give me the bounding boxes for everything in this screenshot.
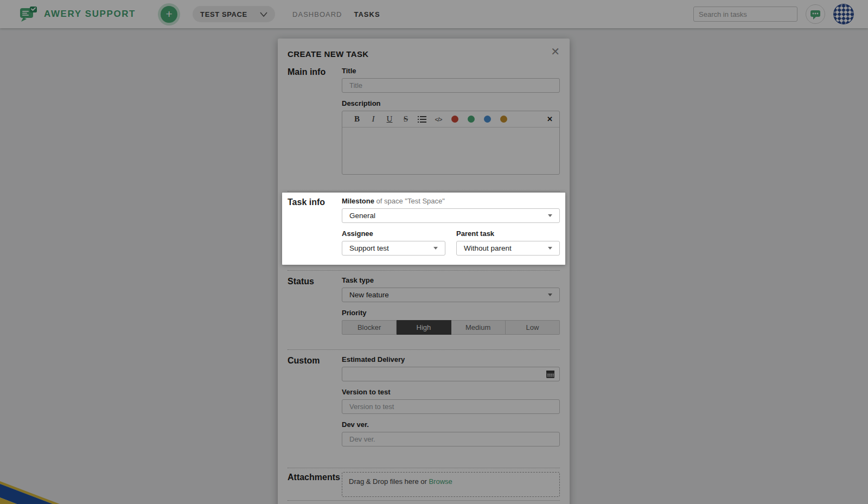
assignee-label: Assignee	[342, 229, 445, 238]
estimated-delivery-label: Estimated Delivery	[342, 355, 560, 363]
brand-name: AWERY SUPPORT	[44, 9, 136, 20]
chat-icon	[809, 9, 821, 20]
priority-medium-button[interactable]: Medium	[451, 320, 506, 335]
section-task-info-highlighted: Task info Milestone of space "Test Space…	[282, 193, 565, 265]
priority-high-button[interactable]: High	[397, 320, 451, 335]
close-icon[interactable]: ✕	[548, 45, 562, 58]
task-type-select[interactable]: New feature	[342, 288, 560, 302]
create-task-modal: CREATE NEW TASK ✕ Main info Title Descri…	[278, 39, 570, 504]
priority-label: Priority	[342, 309, 560, 317]
title-label: Title	[342, 67, 560, 75]
section-heading-status: Status	[288, 276, 342, 335]
bold-button[interactable]: B	[349, 112, 365, 126]
search-input[interactable]	[693, 7, 797, 22]
parent-task-value: Without parent	[464, 244, 512, 252]
corner-ribbon-decoration	[0, 439, 108, 504]
priority-segmented-control: Blocker High Medium Low	[342, 320, 560, 335]
parent-task-label: Parent task	[456, 229, 560, 238]
section-divider	[288, 191, 560, 192]
description-editor: B I U S </>	[342, 111, 560, 175]
italic-button[interactable]: I	[365, 112, 381, 126]
section-heading-task-info: Task info	[288, 197, 342, 256]
section-heading-attachments: Attachments	[288, 472, 342, 497]
space-selector[interactable]: TEST SPACE	[193, 6, 275, 22]
description-input[interactable]	[342, 127, 559, 174]
section-status: Status Task type New feature Priority Bl…	[288, 271, 560, 349]
avatar-pattern	[833, 4, 854, 24]
editor-toolbar: B I U S </>	[342, 111, 559, 127]
main-nav: DASHBOARD TASKS	[292, 10, 380, 18]
task-type-value: New feature	[349, 291, 389, 299]
title-input[interactable]	[342, 78, 560, 93]
user-avatar[interactable]	[833, 4, 854, 24]
parent-task-select[interactable]: Without parent	[456, 241, 560, 256]
text-color-green-button[interactable]	[463, 112, 479, 126]
topbar: AWERY SUPPORT + TEST SPACE DASHBOARD TAS…	[0, 0, 868, 28]
file-dropzone[interactable]: Drag & Drop files here or Browse	[342, 472, 560, 497]
priority-blocker-button[interactable]: Blocker	[342, 320, 397, 335]
text-color-red-button[interactable]	[446, 112, 463, 126]
chevron-down-icon	[260, 12, 267, 17]
section-custom: Custom Estimated Delivery Version to t	[288, 350, 560, 468]
dev-ver-input[interactable]	[342, 432, 560, 446]
version-to-test-label: Version to test	[342, 388, 560, 396]
code-icon[interactable]: </>	[430, 112, 446, 126]
section-heading-custom: Custom	[288, 355, 342, 446]
chevron-down-icon	[548, 214, 552, 217]
milestone-select[interactable]: General	[342, 208, 560, 223]
clear-format-icon[interactable]: ✕	[547, 115, 553, 123]
section-main-info: Main info Title Description B I U S	[288, 67, 560, 191]
strikethrough-button[interactable]: S	[398, 112, 414, 126]
section-attachments: Attachments Drag & Drop files here or Br…	[288, 468, 560, 497]
milestone-value: General	[349, 212, 375, 220]
text-color-blue-button[interactable]	[479, 112, 495, 126]
list-icon[interactable]	[414, 112, 430, 126]
calendar-icon[interactable]	[546, 369, 555, 381]
nav-tasks[interactable]: TASKS	[354, 10, 380, 18]
description-label: Description	[342, 99, 560, 107]
logo-icon	[20, 6, 38, 23]
milestone-label: Milestone of space "Test Space"	[342, 197, 560, 205]
chevron-down-icon	[433, 247, 438, 250]
chevron-down-icon	[548, 247, 552, 250]
dev-ver-label: Dev ver.	[342, 420, 560, 429]
chat-button[interactable]	[806, 4, 825, 24]
chevron-down-icon	[548, 294, 552, 296]
version-to-test-input[interactable]	[342, 399, 560, 414]
task-type-label: Task type	[342, 276, 560, 284]
space-selector-label: TEST SPACE	[200, 10, 247, 18]
estimated-delivery-input[interactable]	[342, 367, 560, 381]
text-color-orange-button[interactable]	[495, 112, 512, 126]
modal-title: CREATE NEW TASK	[288, 49, 560, 59]
underline-button[interactable]: U	[381, 112, 398, 126]
dropzone-text: Drag & Drop files here or	[349, 477, 429, 486]
priority-low-button[interactable]: Low	[506, 320, 560, 335]
browse-link[interactable]: Browse	[429, 477, 452, 486]
add-button[interactable]: +	[161, 6, 177, 23]
section-heading-main-info: Main info	[288, 67, 342, 175]
app-logo[interactable]: AWERY SUPPORT	[20, 6, 136, 23]
assignee-select[interactable]: Support test	[342, 241, 445, 256]
assignee-value: Support test	[349, 244, 389, 252]
nav-dashboard[interactable]: DASHBOARD	[292, 10, 342, 18]
